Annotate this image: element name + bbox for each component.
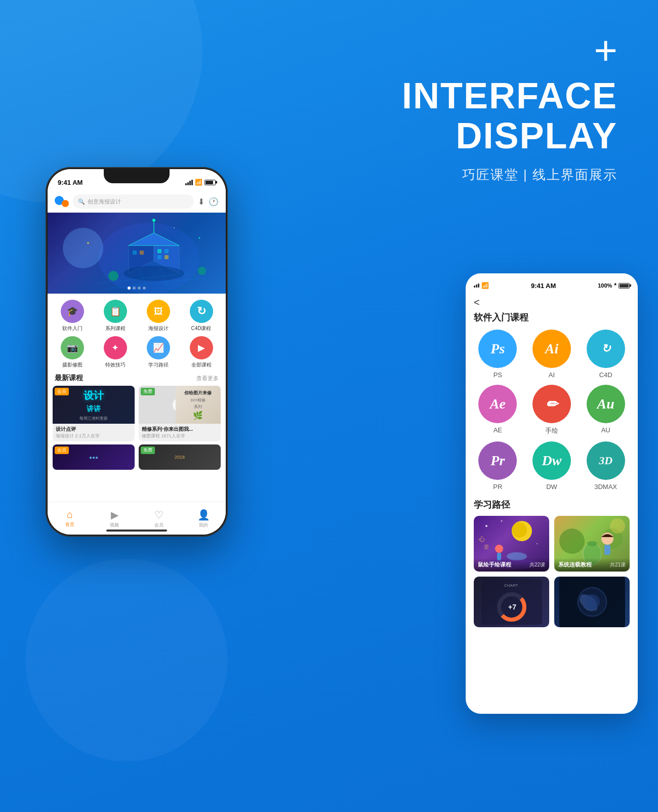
cat-label-1: 系列课程 — [105, 325, 126, 332]
path-thumb-1: 系统连载教程 共21课 — [554, 516, 630, 572]
pr-text: Pr — [490, 453, 505, 469]
cat-label-2: 海报设计 — [148, 325, 169, 332]
ai-text: Ai — [545, 341, 558, 357]
nav-video[interactable]: ▶ 视频 — [92, 509, 137, 529]
svg-rect-39 — [604, 545, 610, 555]
svg-point-34 — [559, 529, 585, 554]
home-bar-indicator — [106, 530, 167, 532]
signal-bars-right — [474, 283, 479, 288]
cat-item-6[interactable]: 📈 学习路径 — [139, 336, 178, 369]
search-icon-left: 🔍 — [78, 198, 85, 205]
more-card-1[interactable] — [554, 577, 630, 627]
cat-label-5: 特效技巧 — [105, 361, 126, 369]
cat-item-5[interactable]: ✦ 特效技巧 — [96, 336, 135, 369]
svg-point-12 — [152, 219, 155, 222]
svg-point-22 — [174, 227, 175, 228]
path-info-1: 系统连载教程 共21课 — [554, 558, 630, 572]
more-card-svg-0: CHART +7 — [479, 577, 545, 627]
learning-path-title: 学习路径 — [466, 491, 638, 516]
ae-text: Ae — [490, 396, 506, 412]
sw-label-ai: AI — [549, 371, 555, 379]
cat-icon-1: 📋 — [104, 300, 127, 323]
svg-point-49 — [585, 594, 600, 610]
path-card-1[interactable]: 系统连载教程 共21课 — [554, 516, 630, 572]
battery-percent: 100% — [598, 282, 612, 289]
back-button[interactable]: < — [466, 294, 638, 311]
cat-icon-7: ▶ — [190, 336, 213, 359]
phone-left: 9:41 AM 📶 — [46, 167, 228, 537]
cat-icon-2: 🖼 — [147, 300, 170, 323]
download-icon[interactable]: ⬇ — [198, 197, 204, 207]
course-card-2[interactable]: 会员 ●●● — [53, 444, 135, 470]
svg-point-40 — [610, 518, 625, 534]
sw-label-au: AU — [601, 426, 610, 434]
cat-icon-6: 📈 — [147, 336, 170, 359]
cat-item-7[interactable]: ▶ 全部课程 — [182, 336, 221, 369]
sw-item-ai[interactable]: Ai AI — [528, 330, 576, 379]
search-bar[interactable]: 🔍 创意海报设计 — [73, 194, 194, 209]
cat-item-1[interactable]: 📋 系列课程 — [96, 300, 135, 332]
course-card-0[interactable]: 会员 设计 讲讲 每周三准时更新 设计点评 海报设计 2.1万人在学 — [53, 386, 135, 441]
sw-item-pr[interactable]: Pr PR — [474, 441, 522, 491]
svg-point-21 — [199, 237, 200, 239]
bottom-nav: ⌂ 首页 ▶ 视频 ♡ 会员 👤 我的 — [48, 502, 226, 535]
cat-icon-4: 📷 — [61, 336, 84, 359]
svg-point-18 — [108, 271, 118, 281]
signal-wifi-group: 📶 — [474, 282, 489, 289]
logo-orange-circle — [62, 200, 69, 207]
see-more-link[interactable]: 查看更多 — [196, 375, 219, 382]
software-grid: Ps PS Ai AI ↻ C4D Ae — [466, 330, 638, 491]
design-text-sub: 讲讲 — [87, 404, 101, 414]
svg-text:CHART: CHART — [504, 583, 518, 588]
more-card-thumb-0: CHART +7 — [474, 577, 549, 627]
course-info-1: 精修系列·你来出图我... 修图课程 1671人在学 — [139, 424, 221, 441]
cat-item-2[interactable]: 🖼 海报设计 — [139, 300, 178, 332]
sw-item-ps[interactable]: Ps PS — [474, 330, 522, 379]
svg-rect-5 — [164, 249, 169, 253]
nav-vip[interactable]: ♡ 会员 — [137, 509, 181, 529]
course-card-3[interactable]: 免费 2018 — [139, 444, 221, 470]
update-text: 每周三准时更新 — [79, 416, 108, 421]
sw-item-au[interactable]: Au AU — [582, 385, 630, 435]
course-thumb-0: 会员 设计 讲讲 每周三准时更新 — [53, 386, 135, 424]
sw-label-hand: 手绘 — [545, 426, 558, 435]
phone-frame-left: 9:41 AM 📶 — [46, 167, 228, 537]
sw-item-ae[interactable]: Ae AE — [474, 385, 522, 435]
wifi-icon-right: 📶 — [481, 282, 489, 289]
nav-video-label: 视频 — [110, 522, 119, 529]
video-icon: ▶ — [111, 509, 118, 521]
cat-item-0[interactable]: 🎓 软件入门 — [53, 300, 92, 332]
banner-dots — [128, 287, 146, 290]
course-thumb-1: 免费 ▶ 你给图片来修 DIY精修 系列 🌿 — [139, 386, 221, 424]
cat-item-3[interactable]: ↻ C4D课程 — [182, 300, 221, 332]
sw-item-3dmax[interactable]: 3D 3DMAX — [582, 441, 630, 491]
vip-badge-2: 会员 — [55, 446, 69, 454]
nav-mine[interactable]: 👤 我的 — [181, 509, 226, 529]
clock-icon[interactable]: 🕐 — [209, 197, 219, 207]
svg-point-25 — [485, 525, 487, 527]
course-card2-text: ●●● — [89, 455, 98, 460]
sw-item-c4d[interactable]: ↻ C4D — [582, 330, 630, 379]
path-card-0[interactable]: 心 爱 鼠绘手绘课程 共22课 — [474, 516, 549, 572]
interface-title: INTERFACE DISPLAY — [402, 76, 618, 156]
cat-item-4[interactable]: 📷 摄影修图 — [53, 336, 92, 369]
more-card-0[interactable]: CHART +7 — [474, 577, 549, 627]
free-badge-3: 免费 — [141, 446, 155, 454]
course-card-1[interactable]: 免费 ▶ 你给图片来修 DIY精修 系列 🌿 精修系列·你来出图我... 修图课… — [139, 386, 221, 441]
bluetooth-icon: * — [614, 282, 616, 289]
more-card-thumb-1 — [554, 577, 630, 627]
sw-item-hand[interactable]: ✏ 手绘 — [528, 385, 576, 435]
path-cards: 心 爱 鼠绘手绘课程 共22课 — [466, 516, 638, 572]
subtitle-cn: 巧匠课堂 | 线上界面展示 — [402, 166, 618, 184]
nav-home[interactable]: ⌂ 首页 — [48, 509, 92, 528]
sw-item-dw[interactable]: Dw DW — [528, 441, 576, 491]
sw-circle-ai: Ai — [532, 330, 571, 368]
app-logo — [55, 196, 69, 207]
svg-rect-6 — [157, 255, 161, 259]
svg-point-24 — [512, 522, 527, 538]
phone-frame-right: 📶 9:41 AM 100% * < 软件入门课程 Ps P — [466, 273, 638, 714]
page-title-right: 软件入门课程 — [466, 311, 638, 330]
battery-icon — [204, 180, 216, 185]
cat-label-7: 全部课程 — [191, 361, 212, 369]
dw-text: Dw — [542, 453, 562, 469]
